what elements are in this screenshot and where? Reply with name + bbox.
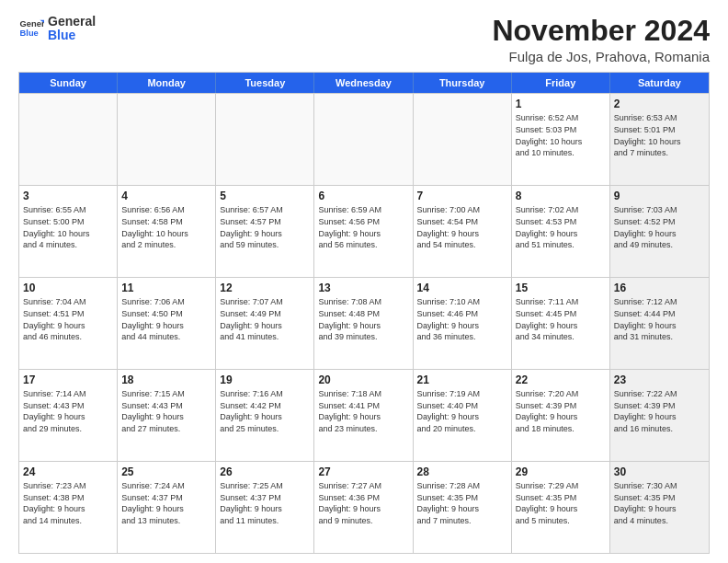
day-info: Sunrise: 7:02 AM Sunset: 4:53 PM Dayligh…	[516, 204, 606, 250]
calendar-week: 24Sunrise: 7:23 AM Sunset: 4:38 PM Dayli…	[19, 461, 709, 553]
calendar-body: 1Sunrise: 6:52 AM Sunset: 5:03 PM Daylig…	[19, 93, 709, 553]
day-info: Sunrise: 7:04 AM Sunset: 4:51 PM Dayligh…	[23, 296, 113, 342]
day-info: Sunrise: 7:08 AM Sunset: 4:48 PM Dayligh…	[318, 296, 408, 342]
day-number: 28	[417, 465, 507, 479]
calendar-cell: 23Sunrise: 7:22 AM Sunset: 4:39 PM Dayli…	[610, 370, 709, 461]
weekday-header: Thursday	[414, 73, 512, 93]
calendar-cell: 10Sunrise: 7:04 AM Sunset: 4:51 PM Dayli…	[19, 278, 118, 369]
calendar-cell: 26Sunrise: 7:25 AM Sunset: 4:37 PM Dayli…	[216, 462, 314, 553]
calendar-cell: 3Sunrise: 6:55 AM Sunset: 5:00 PM Daylig…	[19, 186, 118, 277]
calendar-header: SundayMondayTuesdayWednesdayThursdayFrid…	[19, 73, 709, 93]
weekday-header: Friday	[512, 73, 610, 93]
calendar-cell	[314, 94, 413, 185]
day-number: 10	[23, 281, 113, 295]
day-number: 9	[614, 189, 705, 203]
calendar-cell: 21Sunrise: 7:19 AM Sunset: 4:40 PM Dayli…	[414, 370, 512, 461]
day-info: Sunrise: 7:11 AM Sunset: 4:45 PM Dayligh…	[516, 296, 606, 342]
location: Fulga de Jos, Prahova, Romania	[492, 49, 710, 64]
calendar-cell	[216, 94, 314, 185]
day-info: Sunrise: 6:52 AM Sunset: 5:03 PM Dayligh…	[516, 112, 606, 158]
day-number: 18	[121, 373, 211, 387]
day-number: 13	[318, 281, 408, 295]
day-info: Sunrise: 7:07 AM Sunset: 4:49 PM Dayligh…	[220, 296, 310, 342]
weekday-header: Tuesday	[216, 73, 314, 93]
calendar-week: 1Sunrise: 6:52 AM Sunset: 5:03 PM Daylig…	[19, 93, 709, 185]
weekday-header: Wednesday	[314, 73, 413, 93]
logo-icon: General Blue	[18, 16, 44, 41]
day-number: 25	[121, 465, 211, 479]
day-info: Sunrise: 7:24 AM Sunset: 4:37 PM Dayligh…	[121, 480, 211, 526]
calendar: SundayMondayTuesdayWednesdayThursdayFrid…	[18, 72, 710, 554]
day-info: Sunrise: 7:14 AM Sunset: 4:43 PM Dayligh…	[23, 388, 113, 434]
day-number: 23	[614, 373, 705, 387]
day-number: 1	[516, 97, 606, 111]
calendar-cell: 1Sunrise: 6:52 AM Sunset: 5:03 PM Daylig…	[512, 94, 610, 185]
day-number: 20	[318, 373, 408, 387]
month-title: November 2024	[492, 15, 710, 47]
day-info: Sunrise: 7:03 AM Sunset: 4:52 PM Dayligh…	[614, 204, 705, 250]
day-number: 22	[516, 373, 606, 387]
day-info: Sunrise: 7:18 AM Sunset: 4:41 PM Dayligh…	[318, 388, 408, 434]
calendar-cell: 9Sunrise: 7:03 AM Sunset: 4:52 PM Daylig…	[610, 186, 709, 277]
calendar-week: 10Sunrise: 7:04 AM Sunset: 4:51 PM Dayli…	[19, 277, 709, 369]
calendar-cell: 16Sunrise: 7:12 AM Sunset: 4:44 PM Dayli…	[610, 278, 709, 369]
day-info: Sunrise: 6:57 AM Sunset: 4:57 PM Dayligh…	[220, 204, 310, 250]
weekday-header: Monday	[118, 73, 216, 93]
calendar-cell	[19, 94, 118, 185]
calendar-cell	[118, 94, 216, 185]
day-number: 19	[220, 373, 310, 387]
day-number: 29	[516, 465, 606, 479]
day-number: 24	[23, 465, 113, 479]
day-info: Sunrise: 7:30 AM Sunset: 4:35 PM Dayligh…	[614, 480, 705, 526]
calendar-cell: 8Sunrise: 7:02 AM Sunset: 4:53 PM Daylig…	[512, 186, 610, 277]
calendar-cell: 4Sunrise: 6:56 AM Sunset: 4:58 PM Daylig…	[118, 186, 216, 277]
calendar-cell: 12Sunrise: 7:07 AM Sunset: 4:49 PM Dayli…	[216, 278, 314, 369]
day-number: 6	[318, 189, 408, 203]
day-info: Sunrise: 7:16 AM Sunset: 4:42 PM Dayligh…	[220, 388, 310, 434]
day-number: 7	[417, 189, 507, 203]
day-info: Sunrise: 7:23 AM Sunset: 4:38 PM Dayligh…	[23, 480, 113, 526]
day-number: 21	[417, 373, 507, 387]
calendar-cell: 20Sunrise: 7:18 AM Sunset: 4:41 PM Dayli…	[314, 370, 413, 461]
day-info: Sunrise: 7:22 AM Sunset: 4:39 PM Dayligh…	[614, 388, 705, 434]
day-info: Sunrise: 7:29 AM Sunset: 4:35 PM Dayligh…	[516, 480, 606, 526]
day-number: 3	[23, 189, 113, 203]
calendar-cell: 29Sunrise: 7:29 AM Sunset: 4:35 PM Dayli…	[512, 462, 610, 553]
weekday-header: Sunday	[19, 73, 118, 93]
day-info: Sunrise: 7:06 AM Sunset: 4:50 PM Dayligh…	[121, 296, 211, 342]
logo-general: General	[48, 15, 96, 29]
day-info: Sunrise: 7:25 AM Sunset: 4:37 PM Dayligh…	[220, 480, 310, 526]
day-number: 2	[614, 97, 705, 111]
day-info: Sunrise: 7:12 AM Sunset: 4:44 PM Dayligh…	[614, 296, 705, 342]
day-number: 30	[614, 465, 705, 479]
day-number: 16	[614, 281, 705, 295]
day-number: 12	[220, 281, 310, 295]
title-block: November 2024 Fulga de Jos, Prahova, Rom…	[492, 15, 710, 64]
calendar-cell: 19Sunrise: 7:16 AM Sunset: 4:42 PM Dayli…	[216, 370, 314, 461]
day-number: 15	[516, 281, 606, 295]
calendar-cell: 2Sunrise: 6:53 AM Sunset: 5:01 PM Daylig…	[610, 94, 709, 185]
day-info: Sunrise: 7:10 AM Sunset: 4:46 PM Dayligh…	[417, 296, 507, 342]
calendar-cell: 15Sunrise: 7:11 AM Sunset: 4:45 PM Dayli…	[512, 278, 610, 369]
calendar-cell: 22Sunrise: 7:20 AM Sunset: 4:39 PM Dayli…	[512, 370, 610, 461]
day-info: Sunrise: 7:27 AM Sunset: 4:36 PM Dayligh…	[318, 480, 408, 526]
calendar-cell: 6Sunrise: 6:59 AM Sunset: 4:56 PM Daylig…	[314, 186, 413, 277]
calendar-cell: 5Sunrise: 6:57 AM Sunset: 4:57 PM Daylig…	[216, 186, 314, 277]
day-info: Sunrise: 6:53 AM Sunset: 5:01 PM Dayligh…	[614, 112, 705, 158]
calendar-cell: 13Sunrise: 7:08 AM Sunset: 4:48 PM Dayli…	[314, 278, 413, 369]
day-info: Sunrise: 7:15 AM Sunset: 4:43 PM Dayligh…	[121, 388, 211, 434]
calendar-cell: 11Sunrise: 7:06 AM Sunset: 4:50 PM Dayli…	[118, 278, 216, 369]
calendar-week: 17Sunrise: 7:14 AM Sunset: 4:43 PM Dayli…	[19, 369, 709, 461]
day-number: 8	[516, 189, 606, 203]
calendar-cell: 27Sunrise: 7:27 AM Sunset: 4:36 PM Dayli…	[314, 462, 413, 553]
day-info: Sunrise: 6:56 AM Sunset: 4:58 PM Dayligh…	[121, 204, 211, 250]
day-number: 4	[121, 189, 211, 203]
day-info: Sunrise: 7:28 AM Sunset: 4:35 PM Dayligh…	[417, 480, 507, 526]
day-info: Sunrise: 6:55 AM Sunset: 5:00 PM Dayligh…	[23, 204, 113, 250]
page: General Blue General Blue November 2024 …	[0, 0, 728, 563]
day-number: 26	[220, 465, 310, 479]
day-number: 17	[23, 373, 113, 387]
calendar-cell: 30Sunrise: 7:30 AM Sunset: 4:35 PM Dayli…	[610, 462, 709, 553]
header: General Blue General Blue November 2024 …	[18, 15, 710, 64]
day-number: 5	[220, 189, 310, 203]
